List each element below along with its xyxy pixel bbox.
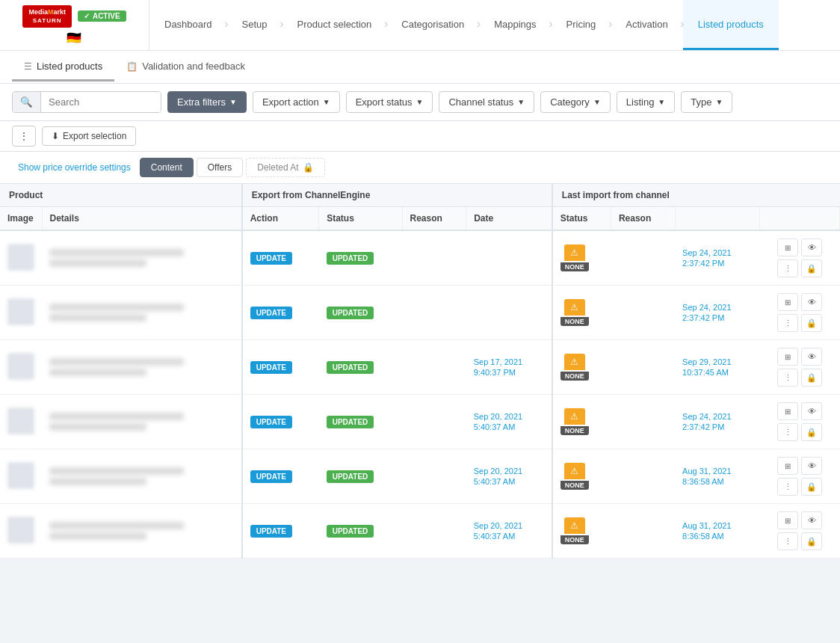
row-action-bottom: ⋮ 🔒 [777, 478, 822, 496]
reason-cell [402, 286, 466, 340]
grid-view-button[interactable]: ⊞ [777, 348, 798, 366]
view-tab-offers[interactable]: Offers [197, 158, 243, 177]
grid-view-button[interactable]: ⊞ [777, 293, 798, 311]
table-row: UPDATE UPDATED Sep 20, 20215:40:37 AM ⚠ … [0, 504, 840, 559]
nav-tab-categorisation[interactable]: Categorisation [386, 0, 479, 50]
row-actions-cell: ⊞ 👁 ⋮ 🔒 [760, 286, 840, 340]
export-selection-button[interactable]: ⬇ Export selection [42, 126, 136, 146]
nav-tab-mappings[interactable]: Mappings [479, 0, 551, 50]
export-status-button[interactable]: Export status ▼ [346, 91, 433, 113]
lock-row-button[interactable]: 🔒 [801, 532, 822, 550]
row-action-bottom: ⋮ 🔒 [777, 423, 822, 441]
reason-cell [402, 230, 466, 286]
eye-view-button[interactable]: 👁 [801, 511, 822, 529]
eye-view-button[interactable]: 👁 [801, 402, 822, 420]
import-date-cell: Sep 29, 202110:37:45 AM [675, 340, 760, 395]
nav-tab-pricing[interactable]: Pricing [552, 0, 611, 50]
row-action-icons: ⊞ 👁 ⋮ 🔒 [768, 457, 833, 496]
channel-status-button[interactable]: Channel status ▼ [439, 91, 534, 113]
more-row-button[interactable]: ⋮ [777, 478, 798, 496]
row-action-icons: ⊞ 👁 ⋮ 🔒 [768, 239, 833, 277]
nav-tab-dashboard[interactable]: Dashboard [149, 0, 227, 50]
warning-triangle-icon: ⚠ [564, 244, 585, 261]
lock-row-button[interactable]: 🔒 [801, 423, 822, 441]
table-row: UPDATE UPDATED Sep 20, 20215:40:37 AM ⚠ … [0, 395, 840, 449]
search-button[interactable]: 🔍 [13, 92, 41, 112]
row-action-icons: ⊞ 👁 ⋮ 🔒 [768, 293, 833, 332]
more-row-button[interactable]: ⋮ [777, 532, 798, 550]
grid-view-button[interactable]: ⊞ [777, 239, 798, 256]
extra-filters-button[interactable]: Extra filters ▼ [167, 91, 247, 113]
lock-row-button[interactable]: 🔒 [801, 259, 822, 277]
action-badge: UPDATE [250, 416, 292, 428]
nav-tab-setup[interactable]: Setup [227, 0, 282, 50]
none-badge: NONE [560, 317, 589, 326]
eye-view-button[interactable]: 👁 [801, 293, 822, 311]
eye-view-button[interactable]: 👁 [801, 457, 822, 475]
listing-button[interactable]: Listing ▼ [617, 91, 675, 113]
none-badge: NONE [560, 481, 589, 490]
col-date-export: Date [466, 207, 552, 231]
country-flag: 🇩🇪 [67, 31, 81, 45]
view-tab-deleted-at[interactable]: Deleted At 🔒 [246, 158, 324, 177]
lock-row-button[interactable]: 🔒 [801, 369, 822, 387]
eye-view-button[interactable]: 👁 [801, 348, 822, 366]
search-input[interactable] [41, 92, 161, 112]
row-action-bottom: ⋮ 🔒 [777, 259, 822, 277]
export-action-button[interactable]: Export action ▼ [253, 91, 340, 113]
more-row-button[interactable]: ⋮ [777, 259, 798, 277]
sub-tab-listed-products[interactable]: ☰ Listed products [12, 53, 114, 81]
action-badge: UPDATE [250, 307, 292, 319]
import-reason-cell [611, 340, 675, 395]
more-options-button[interactable]: ⋮ [12, 126, 36, 147]
none-badge: NONE [560, 426, 589, 435]
status-cell: UPDATED [319, 395, 402, 449]
import-date: Sep 24, 20212:37:42 PM [682, 412, 731, 431]
warning-triangle-icon: ⚠ [564, 299, 585, 316]
sub-tab-validation-feedback[interactable]: 📋 Validation and feedback [114, 53, 257, 81]
row-action-icons: ⊞ 👁 ⋮ 🔒 [768, 402, 833, 441]
row-action-icons: ⊞ 👁 ⋮ 🔒 [768, 348, 833, 387]
action-badge: UPDATE [250, 470, 292, 483]
nav-tab-product-selection[interactable]: Product selection [282, 0, 387, 50]
view-tab-content[interactable]: Content [140, 158, 194, 177]
import-status-cell: ⚠ NONE [552, 449, 611, 504]
more-row-button[interactable]: ⋮ [777, 423, 798, 441]
col-reason-import: Reason [611, 207, 675, 231]
export-date: Sep 20, 20215:40:37 AM [474, 521, 522, 541]
grid-view-button[interactable]: ⊞ [777, 457, 798, 475]
import-reason-cell [611, 504, 675, 559]
price-override-link[interactable]: Show price override settings [12, 159, 137, 176]
more-row-button[interactable]: ⋮ [777, 369, 798, 387]
nav-tab-listed-products[interactable]: Listed products [683, 0, 779, 50]
grid-view-button[interactable]: ⊞ [777, 511, 798, 529]
import-status-warning: ⚠ NONE [560, 299, 589, 326]
eye-view-button[interactable]: 👁 [801, 239, 822, 256]
import-date: Sep 24, 20212:37:42 PM [682, 248, 731, 268]
table-row: UPDATE UPDATED Sep 17, 20219:40:37 PM ⚠ … [0, 340, 840, 395]
action-badge: UPDATE [250, 525, 292, 538]
product-image-cell [0, 230, 42, 286]
nav-tab-activation[interactable]: Activation [611, 0, 682, 50]
none-badge: NONE [560, 535, 589, 544]
category-button[interactable]: Category ▼ [540, 91, 611, 113]
active-badge: ACTIVE [78, 10, 126, 22]
import-date-cell: Sep 24, 20212:37:42 PM [675, 395, 760, 449]
status-cell: UPDATED [319, 230, 402, 286]
warning-triangle-icon: ⚠ [564, 517, 585, 534]
product-image-cell [0, 340, 42, 395]
listing-arrow: ▼ [658, 98, 665, 106]
import-reason-cell [611, 395, 675, 449]
grid-view-button[interactable]: ⊞ [777, 402, 798, 420]
type-button[interactable]: Type ▼ [681, 91, 732, 113]
row-action-top: ⊞ 👁 [777, 457, 822, 475]
status-badge: UPDATED [327, 252, 374, 265]
reason-cell [402, 395, 466, 449]
row-action-bottom: ⋮ 🔒 [777, 532, 822, 550]
lock-row-button[interactable]: 🔒 [801, 478, 822, 496]
status-cell: UPDATED [319, 504, 402, 559]
status-badge: UPDATED [327, 525, 374, 538]
lock-row-button[interactable]: 🔒 [801, 314, 822, 332]
action-badge: UPDATE [250, 252, 292, 265]
more-row-button[interactable]: ⋮ [777, 314, 798, 332]
